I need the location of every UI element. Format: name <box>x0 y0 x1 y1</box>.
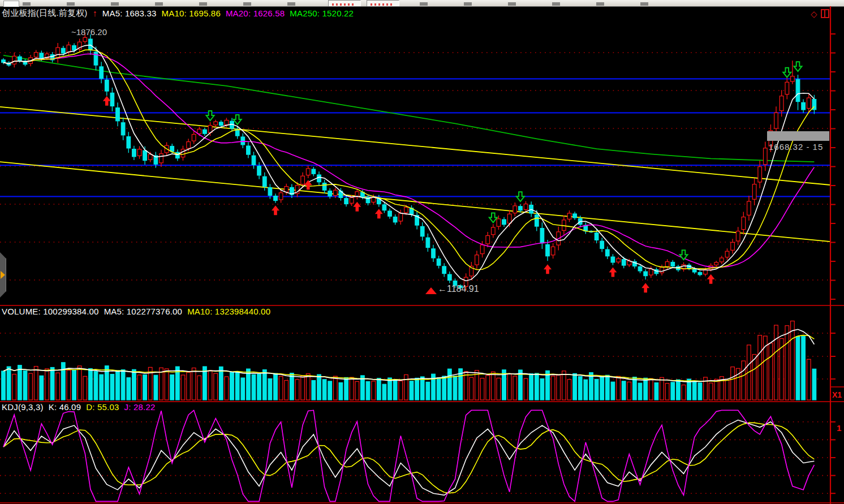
trading-terminal-screen: 创业板指(日线.前复权) ↑ MA5: 1683.33 MA10: 1695.8… <box>0 0 844 504</box>
flyout-tab[interactable] <box>0 252 6 298</box>
kdj-axis-label: 1 <box>837 423 841 433</box>
kdj-title: KDJ(9,3,3) K: 46.09 D: 55.03 J: 28.22 <box>2 402 155 412</box>
index-name: 创业板指(日线.前复权) <box>2 8 88 19</box>
volume-ma5-value: MA5: 102277376.00 <box>104 307 183 316</box>
main-chart-title: 创业板指(日线.前复权) ↑ MA5: 1683.33 MA10: 1695.8… <box>2 8 354 19</box>
pane-corner-icons: ◇ <box>811 9 829 18</box>
volume-title: VOLUME: 100299384.00 MA5: 102277376.00 M… <box>2 307 270 316</box>
diamond-icon[interactable]: ◇ <box>811 10 817 18</box>
kdj-params: KDJ(9,3,3) <box>2 402 44 412</box>
chart-canvas[interactable] <box>0 0 844 504</box>
ma20-value: MA20: 1626.58 <box>226 8 285 18</box>
low-label: ←1184.91 <box>438 284 479 294</box>
low-label-group: ←1184.91 <box>425 284 479 294</box>
up-arrow-icon: ↑ <box>93 11 97 16</box>
low-marker-icon <box>425 287 437 294</box>
volume-value: VOLUME: 100299384.00 <box>2 307 99 316</box>
ma10-value: MA10: 1695.86 <box>162 8 221 18</box>
price-tag-box <box>767 131 829 141</box>
price-tag: 1668.32 - 15 <box>769 142 823 152</box>
kdj-d-value: D: 55.03 <box>86 402 119 412</box>
main-price-pane <box>0 6 844 504</box>
kdj-k-value: K: 46.09 <box>49 402 81 412</box>
volume-ma10-value: MA10: 132398440.00 <box>187 307 270 316</box>
volume-scale-label[interactable]: X1 <box>832 390 842 399</box>
peak-label: ~1876.20 <box>71 27 107 37</box>
ma5-value: MA5: 1683.33 <box>102 8 157 18</box>
flyout-arrow-icon <box>1 271 5 279</box>
split-window-icon[interactable] <box>821 9 829 18</box>
kdj-j-value: J: 28.22 <box>124 402 156 412</box>
ma250-value: MA250: 1520.22 <box>290 8 354 18</box>
